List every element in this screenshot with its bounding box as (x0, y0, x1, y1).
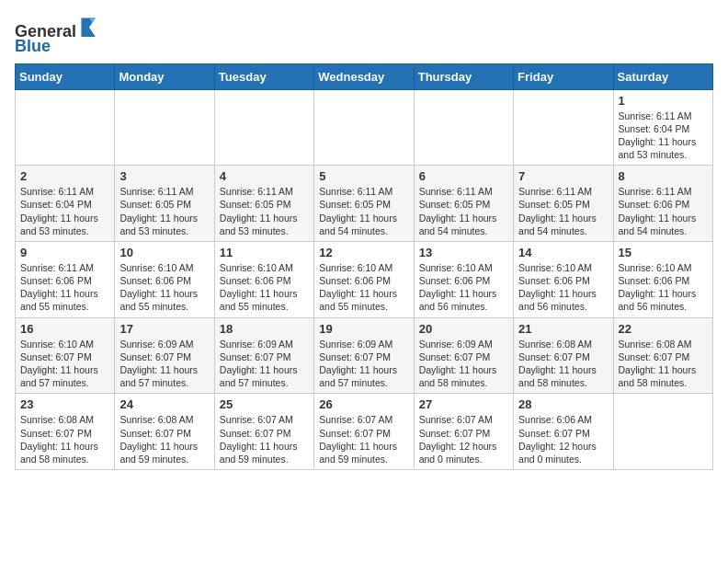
day-number: 16 (20, 322, 109, 336)
calendar-cell: 14Sunrise: 6:10 AM Sunset: 6:06 PM Dayli… (514, 241, 613, 317)
day-info: Sunrise: 6:07 AM Sunset: 6:07 PM Dayligh… (419, 413, 508, 465)
day-number: 22 (619, 322, 708, 336)
dow-header-tuesday: Tuesday (214, 63, 313, 89)
day-info: Sunrise: 6:08 AM Sunset: 6:07 PM Dayligh… (619, 338, 708, 390)
calendar-cell: 10Sunrise: 6:10 AM Sunset: 6:06 PM Dayli… (115, 241, 214, 317)
day-info: Sunrise: 6:10 AM Sunset: 6:06 PM Dayligh… (220, 261, 309, 314)
calendar-cell (514, 89, 613, 166)
calendar-cell: 2Sunrise: 6:11 AM Sunset: 6:04 PM Daylig… (16, 166, 115, 242)
day-number: 4 (220, 169, 309, 183)
calendar-cell: 7Sunrise: 6:11 AM Sunset: 6:05 PM Daylig… (514, 166, 613, 242)
day-number: 17 (119, 322, 209, 336)
day-info: Sunrise: 6:10 AM Sunset: 6:06 PM Dayligh… (619, 261, 708, 314)
day-info: Sunrise: 6:11 AM Sunset: 6:05 PM Dayligh… (319, 185, 408, 237)
day-number: 13 (419, 246, 508, 259)
day-number: 24 (119, 397, 209, 411)
day-info: Sunrise: 6:10 AM Sunset: 6:06 PM Dayligh… (419, 261, 508, 314)
dow-header-saturday: Saturday (613, 63, 712, 89)
day-info: Sunrise: 6:11 AM Sunset: 6:06 PM Dayligh… (20, 261, 109, 314)
calendar-cell (314, 89, 414, 166)
calendar-cell: 19Sunrise: 6:09 AM Sunset: 6:07 PM Dayli… (314, 317, 414, 394)
dow-header-monday: Monday (115, 63, 214, 89)
calendar-cell: 9Sunrise: 6:11 AM Sunset: 6:06 PM Daylig… (16, 241, 115, 317)
calendar-cell: 24Sunrise: 6:08 AM Sunset: 6:07 PM Dayli… (115, 394, 214, 470)
dow-header-friday: Friday (514, 63, 613, 89)
dow-header-thursday: Thursday (414, 63, 513, 89)
dow-header-sunday: Sunday (16, 63, 115, 89)
calendar-cell: 25Sunrise: 6:07 AM Sunset: 6:07 PM Dayli… (214, 394, 313, 470)
day-number: 26 (319, 397, 408, 411)
day-info: Sunrise: 6:10 AM Sunset: 6:06 PM Dayligh… (518, 261, 608, 314)
calendar-cell: 15Sunrise: 6:10 AM Sunset: 6:06 PM Dayli… (613, 241, 712, 317)
calendar-cell (16, 89, 115, 166)
day-number: 5 (319, 169, 408, 183)
day-number: 10 (119, 246, 209, 259)
calendar-cell: 22Sunrise: 6:08 AM Sunset: 6:07 PM Dayli… (613, 317, 712, 394)
day-number: 23 (20, 397, 109, 411)
day-info: Sunrise: 6:11 AM Sunset: 6:05 PM Dayligh… (220, 185, 309, 237)
day-number: 9 (20, 246, 109, 259)
calendar-cell: 6Sunrise: 6:11 AM Sunset: 6:05 PM Daylig… (414, 166, 513, 242)
calendar-cell: 1Sunrise: 6:11 AM Sunset: 6:04 PM Daylig… (613, 89, 712, 166)
calendar-cell: 18Sunrise: 6:09 AM Sunset: 6:07 PM Dayli… (214, 317, 313, 394)
day-info: Sunrise: 6:08 AM Sunset: 6:07 PM Dayligh… (518, 338, 608, 390)
calendar-table: SundayMondayTuesdayWednesdayThursdayFrid… (15, 63, 713, 470)
day-number: 7 (518, 169, 608, 183)
calendar-cell: 23Sunrise: 6:08 AM Sunset: 6:07 PM Dayli… (16, 394, 115, 470)
calendar-cell: 3Sunrise: 6:11 AM Sunset: 6:05 PM Daylig… (115, 166, 214, 242)
page-header: General Blue (15, 15, 713, 56)
calendar-cell (115, 89, 214, 166)
calendar-cell: 21Sunrise: 6:08 AM Sunset: 6:07 PM Dayli… (514, 317, 613, 394)
day-info: Sunrise: 6:08 AM Sunset: 6:07 PM Dayligh… (20, 413, 109, 465)
day-number: 15 (619, 246, 708, 259)
dow-header-wednesday: Wednesday (314, 63, 414, 89)
day-info: Sunrise: 6:09 AM Sunset: 6:07 PM Dayligh… (419, 338, 508, 390)
day-number: 2 (20, 169, 109, 183)
day-info: Sunrise: 6:11 AM Sunset: 6:05 PM Dayligh… (119, 185, 209, 237)
calendar-cell: 4Sunrise: 6:11 AM Sunset: 6:05 PM Daylig… (214, 166, 313, 242)
day-number: 19 (319, 322, 408, 336)
calendar-cell: 13Sunrise: 6:10 AM Sunset: 6:06 PM Dayli… (414, 241, 513, 317)
day-number: 1 (619, 94, 708, 108)
day-info: Sunrise: 6:06 AM Sunset: 6:07 PM Dayligh… (518, 413, 608, 465)
day-info: Sunrise: 6:11 AM Sunset: 6:04 PM Dayligh… (20, 185, 109, 237)
calendar-cell: 27Sunrise: 6:07 AM Sunset: 6:07 PM Dayli… (414, 394, 513, 470)
day-number: 6 (419, 169, 508, 183)
calendar-cell: 8Sunrise: 6:11 AM Sunset: 6:06 PM Daylig… (613, 166, 712, 242)
calendar-cell (214, 89, 313, 166)
calendar-cell: 26Sunrise: 6:07 AM Sunset: 6:07 PM Dayli… (314, 394, 414, 470)
day-info: Sunrise: 6:07 AM Sunset: 6:07 PM Dayligh… (319, 413, 408, 465)
day-info: Sunrise: 6:10 AM Sunset: 6:06 PM Dayligh… (319, 261, 408, 314)
day-info: Sunrise: 6:09 AM Sunset: 6:07 PM Dayligh… (220, 338, 309, 390)
day-info: Sunrise: 6:10 AM Sunset: 6:07 PM Dayligh… (20, 338, 109, 390)
calendar-cell: 11Sunrise: 6:10 AM Sunset: 6:06 PM Dayli… (214, 241, 313, 317)
day-number: 18 (220, 322, 309, 336)
day-number: 27 (419, 397, 508, 411)
day-info: Sunrise: 6:11 AM Sunset: 6:06 PM Dayligh… (619, 185, 708, 237)
day-number: 14 (518, 246, 608, 259)
day-info: Sunrise: 6:08 AM Sunset: 6:07 PM Dayligh… (119, 413, 209, 465)
calendar-cell: 17Sunrise: 6:09 AM Sunset: 6:07 PM Dayli… (115, 317, 214, 394)
calendar-cell: 12Sunrise: 6:10 AM Sunset: 6:06 PM Dayli… (314, 241, 414, 317)
calendar-cell: 28Sunrise: 6:06 AM Sunset: 6:07 PM Dayli… (514, 394, 613, 470)
calendar-cell: 20Sunrise: 6:09 AM Sunset: 6:07 PM Dayli… (414, 317, 513, 394)
calendar-cell: 16Sunrise: 6:10 AM Sunset: 6:07 PM Dayli… (16, 317, 115, 394)
day-number: 25 (220, 397, 309, 411)
calendar-cell: 5Sunrise: 6:11 AM Sunset: 6:05 PM Daylig… (314, 166, 414, 242)
calendar-cell (414, 89, 513, 166)
day-info: Sunrise: 6:07 AM Sunset: 6:07 PM Dayligh… (220, 413, 309, 465)
logo: General Blue (15, 15, 100, 56)
day-info: Sunrise: 6:11 AM Sunset: 6:05 PM Dayligh… (419, 185, 508, 237)
day-info: Sunrise: 6:09 AM Sunset: 6:07 PM Dayligh… (319, 338, 408, 390)
day-info: Sunrise: 6:09 AM Sunset: 6:07 PM Dayligh… (119, 338, 209, 390)
day-number: 28 (518, 397, 608, 411)
logo-blue: Blue (15, 37, 51, 55)
calendar-cell (613, 394, 712, 470)
logo-flag-icon (78, 15, 100, 37)
day-info: Sunrise: 6:11 AM Sunset: 6:04 PM Dayligh… (619, 109, 708, 162)
day-info: Sunrise: 6:11 AM Sunset: 6:05 PM Dayligh… (518, 185, 608, 237)
day-number: 3 (119, 169, 209, 183)
day-info: Sunrise: 6:10 AM Sunset: 6:06 PM Dayligh… (119, 261, 209, 314)
day-number: 8 (619, 169, 708, 183)
day-number: 12 (319, 246, 408, 259)
